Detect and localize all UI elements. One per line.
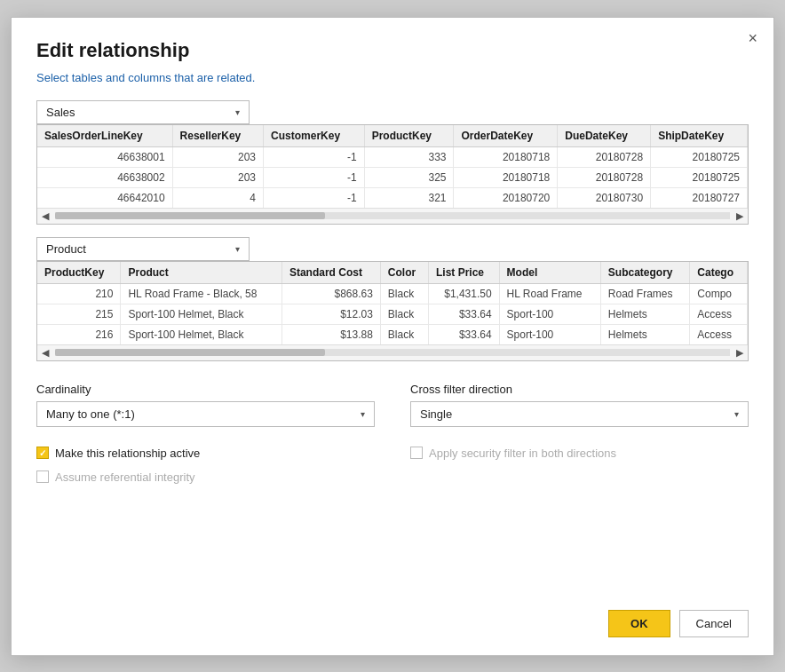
assume-integrity-checkbox[interactable]: [36, 470, 49, 483]
table-cell: 203: [172, 167, 263, 187]
col-header-subcategory[interactable]: Subcategory: [600, 262, 690, 284]
table-cell: HL Road Frame: [499, 283, 600, 304]
col-header-product[interactable]: Product: [121, 262, 281, 284]
edit-relationship-dialog: × Edit relationship Select tables and co…: [11, 17, 774, 656]
options-section: Cardinality Many to one (*:1) ▾ Cross fi…: [36, 383, 749, 427]
table-cell: 325: [364, 167, 454, 187]
make-active-checkbox[interactable]: ✓: [36, 447, 49, 459]
table-row[interactable]: 46638001203-1333201807182018072820180725: [37, 146, 748, 167]
col-header-shipdatekey[interactable]: ShipDateKey: [651, 125, 748, 147]
cardinality-section: Cardinality Many to one (*:1) ▾: [36, 383, 375, 427]
col-header-resellerkey[interactable]: ResellerKey: [172, 125, 263, 147]
table-cell: $1,431.50: [429, 283, 500, 304]
table-cell: Access: [690, 324, 748, 344]
table-cell: $12.03: [281, 304, 380, 324]
table-cell: $13.88: [281, 324, 380, 344]
table-row[interactable]: 210HL Road Frame - Black, 58$868.63Black…: [37, 283, 748, 304]
scroll-right-icon[interactable]: ▶: [732, 208, 748, 224]
table-row[interactable]: 215Sport-100 Helmet, Black$12.03Black$33…: [37, 304, 748, 324]
cardinality-dropdown[interactable]: Many to one (*:1) ▾: [36, 401, 375, 427]
chevron-down-icon: ▾: [235, 107, 240, 117]
close-button[interactable]: ×: [748, 30, 757, 46]
table-cell: 20180725: [651, 167, 748, 187]
sales-scrollbar[interactable]: ◀ ▶: [37, 208, 748, 224]
right-checkboxes: Apply security filter in both directions: [410, 436, 749, 484]
table-cell: 216: [37, 324, 121, 344]
table-row[interactable]: 216Sport-100 Helmet, Black$13.88Black$33…: [37, 324, 748, 344]
table-cell: Sport-100: [499, 324, 600, 344]
scroll-left-icon[interactable]: ◀: [37, 344, 53, 360]
col-header-category[interactable]: Catego: [690, 262, 748, 284]
product-table-dropdown[interactable]: Product ▾: [36, 237, 250, 261]
table-cell: 20180718: [454, 167, 558, 187]
table-cell: 215: [37, 304, 121, 324]
table-cell: 20180728: [558, 146, 651, 167]
table-row[interactable]: 466420104-1321201807202018073020180727: [37, 187, 748, 208]
left-checkboxes: ✓ Make this relationship active Assume r…: [36, 436, 375, 484]
sales-table-section: Sales ▾ SalesOrderLineKey ResellerKey Cu…: [36, 100, 749, 225]
table-cell: 20180725: [651, 146, 748, 167]
col-header-salesorderlinekey[interactable]: SalesOrderLineKey: [37, 125, 172, 147]
sales-scroll-thumb: [55, 212, 325, 219]
product-data-table-wrapper: ProductKey Product Standard Cost Color L…: [36, 261, 749, 361]
scroll-left-icon[interactable]: ◀: [37, 208, 53, 224]
apply-security-row: Apply security filter in both directions: [410, 447, 749, 460]
table-cell: 20180730: [558, 187, 651, 208]
cancel-button[interactable]: Cancel: [679, 610, 749, 637]
sales-table-label: Sales: [46, 106, 75, 119]
checkmark-icon: ✓: [39, 448, 46, 458]
table-cell: 321: [364, 187, 454, 208]
product-table-label: Product: [46, 242, 86, 256]
col-header-list-price[interactable]: List Price: [429, 262, 500, 284]
col-header-productkey[interactable]: ProductKey: [364, 125, 454, 147]
cross-filter-label: Cross filter direction: [410, 383, 749, 396]
table-cell: Access: [690, 304, 748, 324]
chevron-down-icon: ▾: [361, 409, 365, 419]
table-cell: 210: [37, 283, 121, 304]
col-header-color[interactable]: Color: [380, 262, 428, 284]
table-cell: Black: [380, 324, 428, 344]
table-cell: Sport-100: [499, 304, 600, 324]
apply-security-checkbox[interactable]: [410, 447, 423, 459]
table-cell: $33.64: [429, 324, 500, 344]
table-cell: -1: [264, 187, 365, 208]
table-cell: 20180727: [651, 187, 748, 208]
table-row[interactable]: 46638002203-1325201807182018072820180725: [37, 167, 748, 187]
cross-filter-dropdown[interactable]: Single ▾: [410, 401, 749, 427]
product-table-section: Product ▾ ProductKey Product Standard Co…: [36, 237, 749, 361]
product-scroll-track[interactable]: [55, 349, 730, 356]
col-header-productkey[interactable]: ProductKey: [37, 262, 121, 284]
col-header-duedatekey[interactable]: DueDateKey: [558, 125, 651, 147]
table-cell: 203: [172, 146, 263, 167]
table-cell: $33.64: [429, 304, 500, 324]
col-header-model[interactable]: Model: [499, 262, 600, 284]
product-scrollbar[interactable]: ◀ ▶: [37, 344, 748, 360]
make-active-label: Make this relationship active: [55, 447, 200, 460]
table-cell: -1: [264, 167, 365, 187]
apply-security-label: Apply security filter in both directions: [429, 447, 616, 460]
sales-data-table: SalesOrderLineKey ResellerKey CustomerKe…: [37, 125, 748, 208]
ok-button[interactable]: OK: [608, 610, 670, 637]
table-cell: -1: [264, 146, 365, 167]
col-header-standard-cost[interactable]: Standard Cost: [281, 262, 380, 284]
table-cell: Black: [380, 304, 428, 324]
table-cell: Road Frames: [600, 283, 690, 304]
sales-table-dropdown[interactable]: Sales ▾: [36, 100, 250, 124]
sales-scroll-track[interactable]: [55, 212, 730, 219]
table-cell: 46638002: [37, 167, 172, 187]
dialog-title: Edit relationship: [36, 39, 749, 62]
cardinality-value: Many to one (*:1): [46, 407, 135, 421]
scroll-right-icon[interactable]: ▶: [732, 344, 748, 360]
col-header-orderdatekey[interactable]: OrderDateKey: [454, 125, 558, 147]
table-cell: 20180728: [558, 167, 651, 187]
table-cell: Sport-100 Helmet, Black: [121, 304, 281, 324]
col-header-customerkey[interactable]: CustomerKey: [264, 125, 365, 147]
assume-integrity-row: Assume referential integrity: [36, 470, 375, 484]
table-cell: 46638001: [37, 146, 172, 167]
table-cell: Compo: [690, 283, 748, 304]
product-scroll-thumb: [55, 349, 325, 356]
product-data-table: ProductKey Product Standard Cost Color L…: [37, 262, 748, 344]
chevron-down-icon: ▾: [734, 409, 739, 419]
table-cell: $868.63: [281, 283, 380, 304]
table-cell: Sport-100 Helmet, Black: [121, 324, 281, 344]
